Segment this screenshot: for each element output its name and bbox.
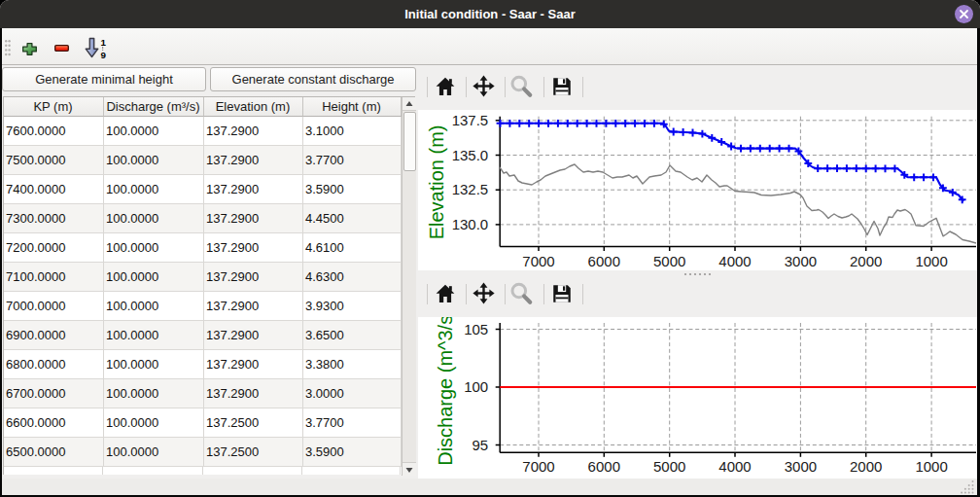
svg-text:100: 100 [464, 378, 488, 395]
svg-text:3000: 3000 [785, 458, 817, 475]
svg-text:6000: 6000 [588, 253, 620, 269]
svg-text:4000: 4000 [718, 458, 751, 475]
svg-text:4000: 4000 [718, 253, 751, 269]
svg-text:7000: 7000 [522, 253, 554, 269]
svg-text:Discharge (m^3/s): Discharge (m^3/s) [435, 317, 456, 466]
svg-text:2000: 2000 [850, 253, 882, 269]
svg-text:3000: 3000 [785, 253, 817, 269]
svg-text:95: 95 [472, 437, 489, 453]
svg-text:137.5: 137.5 [452, 112, 489, 128]
svg-text:6000: 6000 [588, 458, 620, 475]
svg-text:5000: 5000 [653, 253, 685, 269]
svg-text:135.0: 135.0 [452, 147, 489, 163]
svg-text:130.0: 130.0 [452, 216, 489, 232]
svg-text:105: 105 [464, 321, 488, 337]
svg-text:7000: 7000 [522, 458, 554, 475]
svg-text:9: 9 [101, 50, 107, 59]
svg-text:1000: 1000 [915, 253, 947, 269]
svg-text:1: 1 [101, 37, 107, 48]
svg-text:Elevation (m): Elevation (m) [427, 124, 448, 239]
svg-text:132.5: 132.5 [452, 181, 489, 197]
svg-text:2000: 2000 [850, 458, 882, 475]
svg-text:5000: 5000 [653, 458, 685, 475]
svg-text:1000: 1000 [915, 458, 947, 475]
